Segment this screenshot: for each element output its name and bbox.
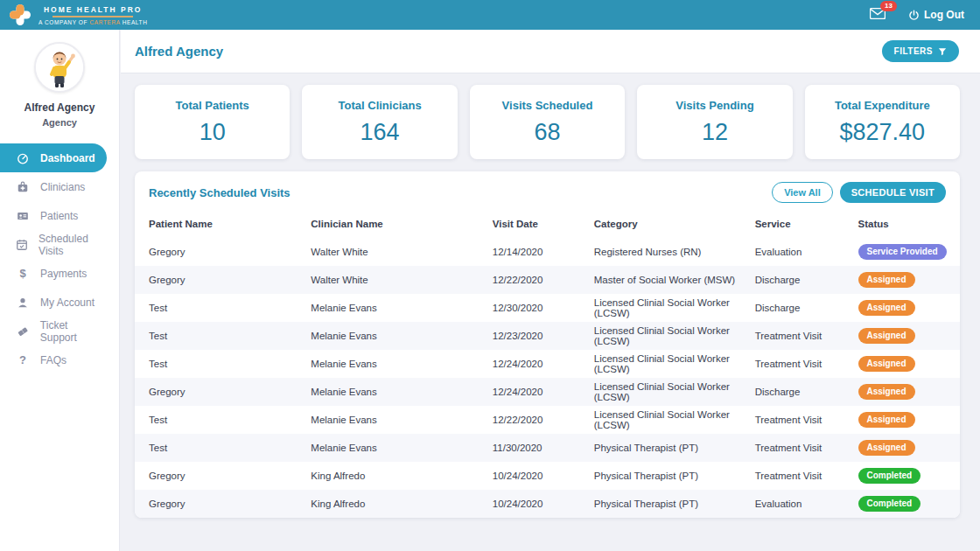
stat-value: 12: [702, 119, 728, 146]
stat-label: Total Clinicians: [339, 99, 422, 112]
visits-table: Patient Name Clinician Name Visit Date C…: [135, 212, 960, 518]
cell-category: Physical Therapist (PT): [587, 490, 748, 518]
top-bar: HOME HEALTH PRO A COMPANY OF CARTERA HEA…: [0, 0, 980, 30]
logout-button[interactable]: Log Out: [908, 9, 964, 21]
status-badge: Service Provided: [858, 244, 947, 260]
column-header-category: Category: [587, 212, 748, 238]
table-row[interactable]: Test Melanie Evans 12/30/2020 Licensed C…: [135, 294, 960, 322]
cell-service: Discharge: [748, 294, 851, 322]
filter-funnel-icon: [938, 47, 947, 56]
cell-clinician: Melanie Evans: [304, 350, 485, 378]
stat-card-total-expenditure: Total Expenditure $827.40: [805, 85, 960, 159]
cell-visit-date: 12/24/2020: [486, 378, 587, 406]
status-badge: Assigned: [858, 356, 915, 372]
table-row[interactable]: Gregory Walter White 12/22/2020 Master o…: [135, 266, 960, 294]
cell-visit-date: 12/24/2020: [486, 350, 587, 378]
cell-visit-date: 12/22/2020: [486, 406, 587, 434]
cell-patient: Test: [135, 350, 304, 378]
stat-label: Total Patients: [176, 99, 249, 112]
cell-category: Physical Therapist (PT): [587, 434, 748, 462]
page-header: Alfred Agency FILTERS: [121, 30, 980, 73]
sidebar-item-patients[interactable]: Patients: [0, 201, 107, 230]
sidebar-item-clinicians[interactable]: Clinicians: [0, 172, 107, 201]
visits-section-title: Recently Scheduled Visits: [149, 186, 290, 199]
status-badge: Assigned: [858, 412, 915, 428]
sidebar-item-dashboard[interactable]: Dashboard: [0, 143, 107, 172]
cell-category: Licensed Clinial Social Worker (LCSW): [587, 350, 748, 378]
column-header-service: Service: [748, 212, 851, 238]
question-icon: ?: [16, 353, 30, 366]
column-header-visit-date: Visit Date: [486, 212, 587, 238]
messages-count-badge: 13: [880, 1, 897, 11]
logo-subtitle: A COMPANY OF CARTERA HEALTH: [38, 19, 147, 25]
stat-value: 68: [534, 119, 560, 146]
stat-value: $827.40: [840, 119, 926, 146]
power-icon: [908, 10, 920, 21]
column-header-clinician-name: Clinician Name: [304, 212, 485, 238]
profile-name: Alfred Agency: [24, 101, 95, 114]
logo-title: HOME HEALTH PRO: [44, 5, 142, 14]
cell-category: Master of Social Worker (MSW): [587, 266, 748, 294]
cell-clinician: Melanie Evans: [304, 434, 485, 462]
stat-label: Visits Pending: [676, 99, 753, 112]
cell-visit-date: 12/22/2020: [486, 266, 587, 294]
sidebar-item-my-account[interactable]: My Account: [0, 288, 107, 317]
logout-label: Log Out: [924, 9, 964, 21]
cell-clinician: Melanie Evans: [304, 378, 485, 406]
cell-visit-date: 10/24/2020: [486, 462, 587, 490]
cell-visit-date: 12/14/2020: [486, 238, 587, 266]
dashboard-icon: [16, 152, 30, 164]
cell-service: Evaluation: [748, 238, 851, 266]
status-badge: Assigned: [858, 272, 915, 288]
view-all-button[interactable]: View All: [772, 182, 833, 203]
cell-clinician: Walter White: [304, 266, 485, 294]
filters-button[interactable]: FILTERS: [882, 40, 959, 62]
table-row[interactable]: Test Melanie Evans 11/30/2020 Physical T…: [135, 434, 960, 462]
table-row[interactable]: Test Melanie Evans 12/24/2020 Licensed C…: [135, 350, 960, 378]
cell-category: Licensed Clinial Social Worker (LCSW): [587, 322, 748, 350]
cell-service: Discharge: [748, 378, 851, 406]
cell-clinician: King Alfredo: [304, 490, 485, 518]
status-badge: Assigned: [858, 440, 915, 456]
visits-table-body: Gregory Walter White 12/14/2020 Register…: [135, 238, 960, 518]
main-content: Alfred Agency FILTERS Total Patients 10 …: [121, 30, 980, 551]
sidebar-item-ticket-support[interactable]: Ticket Support: [0, 317, 107, 345]
table-row[interactable]: Test Melanie Evans 12/22/2020 Licensed C…: [135, 406, 960, 434]
messages-button[interactable]: 13: [870, 7, 886, 23]
cell-category: Licensed Clinial Social Worker (LCSW): [587, 406, 748, 434]
table-row[interactable]: Test Melanie Evans 12/23/2020 Licensed C…: [135, 322, 960, 350]
sidebar-item-label: Clinicians: [40, 181, 85, 193]
stat-value: 10: [200, 119, 226, 146]
table-row[interactable]: Gregory King Alfredo 10/24/2020 Physical…: [135, 462, 960, 490]
column-header-status: Status: [851, 212, 961, 238]
status-badge: Assigned: [858, 384, 915, 400]
sidebar-item-scheduled-visits[interactable]: Scheduled Visits: [0, 230, 107, 259]
cell-category: Licensed Clinial Social Worker (LCSW): [587, 294, 748, 322]
medical-bag-icon: [16, 181, 30, 193]
id-card-icon: [16, 210, 30, 222]
cell-patient: Gregory: [135, 378, 304, 406]
sidebar-item-label: Patients: [40, 210, 78, 222]
cell-visit-date: 11/30/2020: [486, 434, 587, 462]
stat-value: 164: [360, 119, 400, 146]
schedule-visit-button[interactable]: SCHEDULE VISIT: [840, 182, 946, 203]
cell-visit-date: 12/30/2020: [486, 294, 587, 322]
column-header-patient-name: Patient Name: [135, 212, 304, 238]
cell-service: Treatment Visit: [748, 462, 851, 490]
table-row[interactable]: Gregory Walter White 12/14/2020 Register…: [135, 238, 960, 266]
sidebar-item-label: Dashboard: [40, 152, 95, 164]
table-row[interactable]: Gregory Melanie Evans 12/24/2020 License…: [135, 378, 960, 406]
cell-service: Treatment Visit: [748, 434, 851, 462]
avatar: [34, 42, 85, 93]
sidebar-item-label: FAQs: [40, 354, 66, 366]
dollar-icon: $: [16, 267, 30, 280]
sidebar-item-payments[interactable]: $ Payments: [0, 259, 107, 288]
sidebar-item-faqs[interactable]: ? FAQs: [0, 345, 107, 374]
page-title: Alfred Agency: [135, 44, 223, 59]
cell-service: Treatment Visit: [748, 322, 851, 350]
table-row[interactable]: Gregory King Alfredo 10/24/2020 Physical…: [135, 490, 960, 518]
cell-patient: Gregory: [135, 490, 304, 518]
table-header-row: Patient Name Clinician Name Visit Date C…: [135, 212, 960, 238]
stat-cards: Total Patients 10 Total Clinicians 164 V…: [135, 85, 960, 159]
stat-card-total-patients: Total Patients 10: [135, 85, 290, 159]
